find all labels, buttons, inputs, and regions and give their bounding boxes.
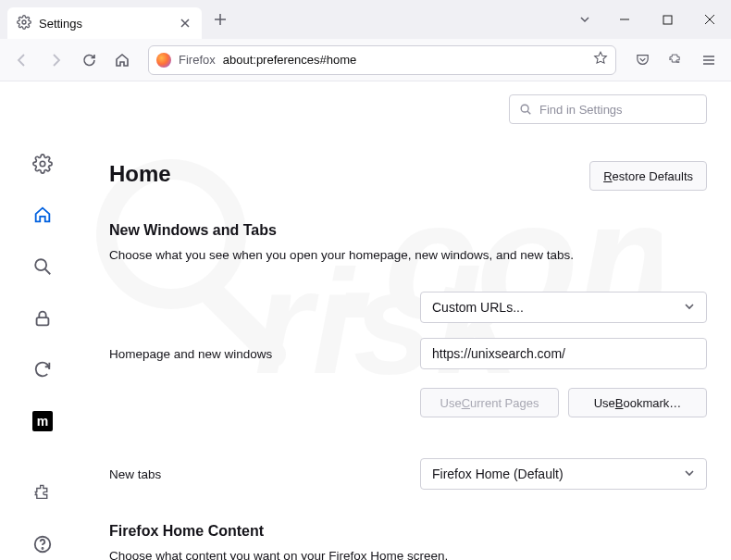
chevron-down-icon (684, 467, 695, 481)
use-bookmark-button[interactable]: Use Bookmark… (568, 388, 707, 417)
section-new-windows-desc: Choose what you see when you open your h… (109, 248, 707, 262)
newtabs-select[interactable]: Firefox Home (Default) (420, 458, 707, 490)
section-home-content-title: Firefox Home Content (109, 523, 707, 540)
use-current-pages-button[interactable]: Use Current Pages (420, 388, 559, 417)
reload-button[interactable] (74, 45, 104, 75)
svg-rect-8 (37, 317, 49, 325)
page-heading: Home (109, 161, 171, 187)
new-tab-button[interactable] (207, 6, 233, 32)
back-button[interactable] (7, 45, 37, 75)
find-placeholder: Find in Settings (539, 103, 623, 117)
svg-point-4 (22, 20, 26, 24)
sidebar-home[interactable] (27, 200, 58, 231)
home-button[interactable] (107, 45, 137, 75)
section-new-windows-title: New Windows and Tabs (109, 222, 707, 239)
identity-label: Firefox (179, 53, 216, 67)
window-controls (603, 0, 731, 39)
url-toolbar: Firefox about:preferences#home (0, 39, 731, 81)
chevron-down-icon (684, 300, 695, 315)
firefox-logo-icon (156, 53, 171, 68)
tab-list-dropdown[interactable] (566, 13, 603, 26)
svg-point-11 (521, 105, 528, 112)
newtabs-label: New tabs (109, 467, 420, 481)
extensions-button[interactable] (661, 45, 690, 75)
sidebar-sync[interactable] (27, 355, 58, 386)
svg-point-10 (42, 548, 43, 549)
section-home-content-desc: Choose what content you want on your Fir… (109, 549, 707, 560)
restore-defaults-button[interactable]: Restore Defaults (589, 161, 707, 191)
homepage-mode-select[interactable]: Custom URLs... (420, 292, 707, 323)
search-icon (519, 103, 532, 116)
select-value: Firefox Home (Default) (432, 467, 564, 481)
pocket-button[interactable] (627, 45, 657, 75)
svg-point-7 (35, 259, 46, 270)
sidebar-support[interactable] (27, 529, 58, 560)
homepage-url-field[interactable] (432, 339, 695, 368)
find-in-settings[interactable]: Find in Settings (509, 94, 707, 124)
close-window-button[interactable] (688, 0, 731, 39)
sidebar-extensions[interactable] (27, 478, 58, 509)
homepage-label: Homepage and new windows (109, 347, 420, 361)
sidebar-search[interactable] (27, 251, 58, 282)
maximize-button[interactable] (646, 0, 688, 39)
select-value: Custom URLs... (432, 300, 524, 315)
bookmark-star-icon[interactable] (593, 51, 608, 68)
svg-point-6 (40, 161, 45, 167)
sidebar-privacy[interactable] (27, 303, 58, 334)
browser-tab[interactable]: Settings (7, 7, 202, 39)
gear-icon (17, 15, 31, 32)
settings-sidebar: m (0, 81, 85, 560)
sidebar-more-from-mozilla[interactable]: m (27, 405, 58, 437)
forward-button[interactable] (41, 45, 70, 75)
svg-rect-5 (663, 16, 672, 24)
tab-close-button[interactable] (178, 16, 192, 31)
settings-main: Find in Settings Home Restore Defaults N… (85, 81, 731, 560)
address-bar[interactable]: Firefox about:preferences#home (148, 45, 616, 75)
tab-title: Settings (39, 17, 170, 31)
homepage-url-input[interactable] (420, 338, 707, 369)
titlebar: Settings (0, 0, 731, 39)
sidebar-general[interactable] (27, 148, 58, 180)
minimize-button[interactable] (603, 0, 646, 39)
url-text: about:preferences#home (223, 53, 586, 67)
app-menu-button[interactable] (694, 45, 724, 75)
mozilla-icon: m (32, 411, 53, 431)
